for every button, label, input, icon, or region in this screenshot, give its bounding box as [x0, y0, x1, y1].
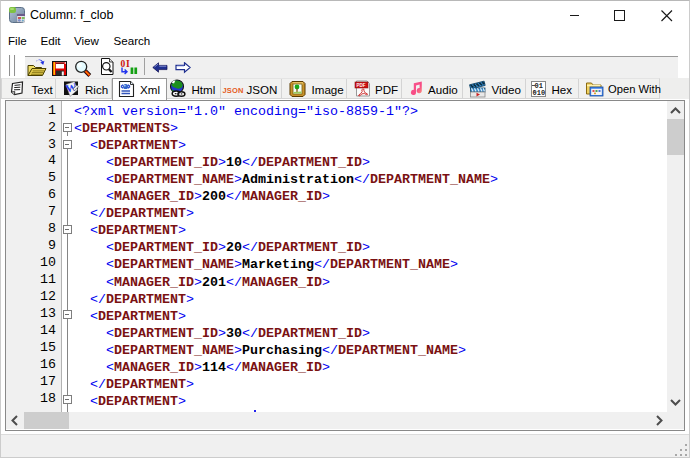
- svg-text:0I: 0I: [120, 59, 130, 69]
- svg-text:JSON: JSON: [223, 86, 244, 95]
- svg-text:PDF: PDF: [357, 83, 366, 88]
- svg-text:010: 010: [533, 89, 546, 97]
